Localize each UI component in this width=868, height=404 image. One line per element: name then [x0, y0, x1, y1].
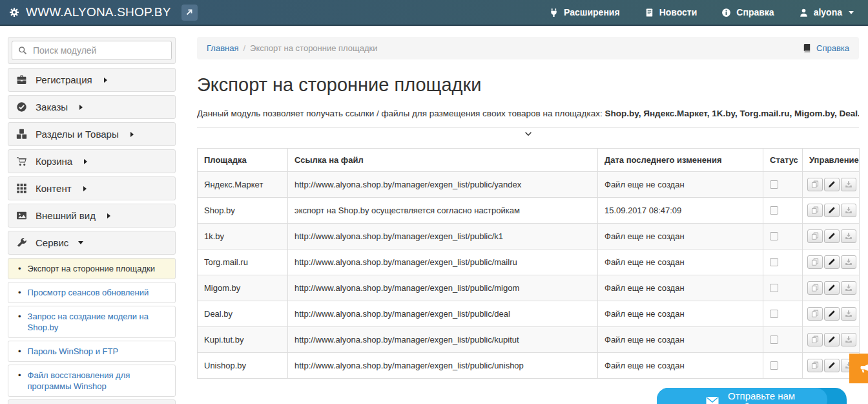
download-icon	[843, 308, 854, 319]
sidebar-section-label: Регистрация	[36, 74, 92, 85]
download-button[interactable]	[841, 178, 856, 191]
sidebar-section-content[interactable]: Контент	[8, 176, 176, 200]
status-checkbox[interactable]	[770, 335, 778, 344]
sidebar-section-partial[interactable]	[8, 399, 176, 404]
edit-button[interactable]	[824, 281, 840, 295]
feedback-bar[interactable]: Отправьте нам сообщение	[657, 388, 847, 404]
status-checkbox[interactable]	[770, 232, 778, 240]
copy-icon	[810, 360, 820, 370]
download-button[interactable]	[841, 281, 856, 295]
status-checkbox[interactable]	[770, 180, 778, 189]
table-row: Torg.mail.ruhttp://www.alyona.shop.by/ma…	[198, 249, 860, 275]
download-icon	[843, 205, 854, 215]
sidebar-section-catalog[interactable]: Разделы и Товары	[8, 122, 176, 146]
news-icon	[645, 8, 654, 17]
sidebar-subitem-winshop-restore[interactable]: •Файл восстановления для программы Winsh…	[8, 365, 176, 397]
feedback-label: Отправьте нам сообщение	[728, 390, 827, 404]
copy-button[interactable]	[807, 281, 823, 295]
copy-button[interactable]	[807, 204, 823, 217]
search-field-wrap	[12, 41, 172, 60]
sidebar-section-label: Внешний вид	[36, 210, 96, 221]
copy-button[interactable]	[807, 229, 823, 243]
image-icon	[16, 210, 27, 221]
book-icon	[802, 43, 812, 53]
sidebar-subitem-model-request[interactable]: •Запрос на создание модели на Shop.by	[8, 306, 176, 338]
status-checkbox[interactable]	[770, 284, 778, 292]
table-row: Deal.byhttp://www.alyona.shop.by/manager…	[198, 301, 860, 326]
topbar-menu-extensions[interactable]: Расширения	[549, 7, 620, 17]
sidebar-section-orders[interactable]: Заказы	[8, 95, 176, 119]
sidebar: РегистрацияЗаказыРазделы и ТоварыКорзина…	[0, 26, 186, 404]
sidebar-subitem-winshop-password[interactable]: •Пароль WinShop и FTP	[8, 341, 176, 362]
sidebar-subitem-update-sessions[interactable]: •Просмотр сеансов обновлений	[8, 282, 176, 303]
topbar-menu-help[interactable]: Справка	[721, 7, 774, 17]
status-cell	[763, 326, 803, 352]
edit-button[interactable]	[824, 307, 840, 321]
link-cell: http://www.alyona.shop.by/manager/exgen_…	[288, 275, 598, 301]
help-link[interactable]: Справка	[802, 43, 849, 53]
topbar-menu-user[interactable]: alyona	[799, 7, 854, 17]
caret-right-icon	[104, 78, 107, 83]
export-table: ПлощадкаСсылка на файлДата последнего из…	[197, 148, 860, 379]
edit-icon	[827, 360, 837, 370]
topbar-menu-news[interactable]: Новости	[645, 7, 698, 17]
promo-button[interactable]	[849, 354, 868, 383]
link-cell: http://www.alyona.shop.by/manager/exgen_…	[288, 249, 598, 275]
sidebar-section-registration[interactable]: Регистрация	[8, 68, 176, 92]
download-button[interactable]	[841, 204, 856, 217]
sidebar-section-service[interactable]: Сервис	[8, 231, 176, 255]
copy-button[interactable]	[807, 255, 823, 269]
copy-icon	[810, 282, 820, 293]
download-button[interactable]	[841, 255, 856, 269]
gear-icon	[9, 7, 19, 17]
edit-button[interactable]	[824, 229, 840, 243]
sidebar-section-cart[interactable]: Корзина	[8, 149, 176, 173]
module-description: Данный модуль позволяет получать ссылки …	[197, 109, 859, 118]
status-checkbox[interactable]	[770, 310, 778, 318]
table-row: 1k.byhttp://www.alyona.shop.by/manager/e…	[198, 223, 860, 249]
edit-icon	[827, 231, 837, 241]
external-link-icon	[184, 7, 194, 17]
copy-button[interactable]	[807, 307, 823, 321]
platform-cell: Torg.mail.ru	[198, 249, 288, 275]
date-cell: Файл еще не создан	[598, 171, 763, 197]
breadcrumb-home-link[interactable]: Главная	[207, 43, 238, 53]
edit-button[interactable]	[824, 204, 840, 217]
status-checkbox[interactable]	[770, 206, 778, 215]
date-cell: Файл еще не создан	[598, 249, 763, 275]
open-site-button[interactable]	[181, 5, 198, 21]
table-row: Kupi.tut.byhttp://www.alyona.shop.by/man…	[198, 326, 860, 352]
link-cell: http://www.alyona.shop.by/manager/exgen_…	[288, 301, 598, 326]
chevron-down-icon[interactable]	[524, 129, 533, 138]
help-link-label: Справка	[816, 43, 849, 53]
download-button[interactable]	[841, 307, 856, 321]
check-circle-icon	[16, 101, 27, 112]
column-header: Статус	[763, 148, 803, 171]
sidebar-section-appearance[interactable]: Внешний вид	[8, 204, 176, 228]
table-row: Shop.byэкспорт на Shop.by осуществляется…	[198, 197, 860, 223]
date-cell: Файл еще не создан	[598, 352, 763, 378]
download-button[interactable]	[841, 333, 856, 346]
edit-button[interactable]	[824, 178, 840, 191]
sidebar-subitem-export-platforms[interactable]: •Экспорт на сторонние площадки	[8, 258, 176, 279]
copy-button[interactable]	[807, 333, 823, 346]
edit-button[interactable]	[824, 333, 840, 346]
copy-button[interactable]	[807, 178, 823, 191]
download-button[interactable]	[841, 229, 856, 243]
status-cell	[763, 352, 803, 378]
edit-button[interactable]	[824, 359, 840, 372]
sidebar-subitem-label: Файл восстановления для программы Winsho…	[28, 370, 169, 392]
copy-icon	[810, 179, 820, 189]
status-cell	[763, 301, 803, 326]
edit-icon	[827, 282, 837, 293]
copy-button[interactable]	[807, 359, 823, 372]
edit-button[interactable]	[824, 255, 840, 269]
search-icon	[18, 46, 27, 55]
caret-down-icon	[849, 11, 854, 14]
status-checkbox[interactable]	[770, 258, 778, 266]
description-platforms: Shop.by, Яндекс.Маркет, 1K.by, Torg.mail…	[604, 109, 859, 118]
status-checkbox[interactable]	[770, 361, 778, 370]
caret-right-icon	[84, 159, 87, 164]
table-row: Яндекс.Маркетhttp://www.alyona.shop.by/m…	[198, 171, 860, 197]
search-input[interactable]	[32, 45, 165, 56]
